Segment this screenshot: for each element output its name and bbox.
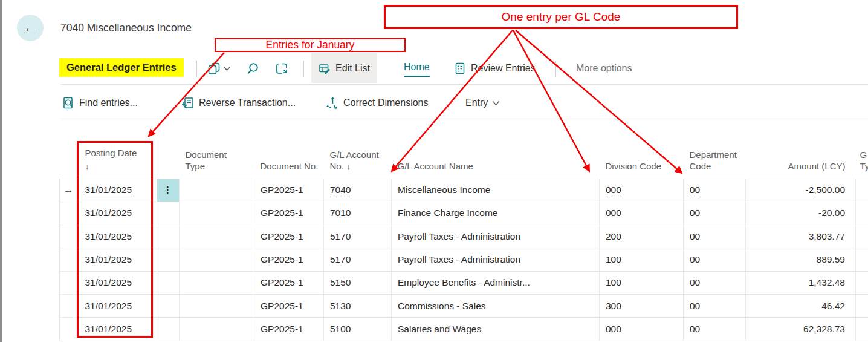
cell-division_code[interactable]: 100 (600, 248, 684, 271)
cell-document_no[interactable]: GP2025-1 (254, 225, 324, 248)
column-header-department_code[interactable]: Department Code (684, 138, 746, 179)
cell-row_options[interactable]: ⋮ (157, 179, 180, 202)
column-header-gl_account_no[interactable]: G/L Account No. ↓ (324, 138, 392, 179)
cell-gen_posting_type[interactable] (856, 179, 868, 202)
more-options-button[interactable]: More options (576, 63, 632, 74)
cell-gen_posting_type[interactable] (856, 294, 868, 317)
cell-gen_posting_type[interactable] (856, 318, 868, 341)
cell-gl_account_no[interactable]: 5150 (324, 271, 392, 294)
cell-row_options (157, 202, 180, 225)
correct-dimensions-label: Correct Dimensions (343, 97, 428, 108)
find-entries-button[interactable]: Find entries... (62, 95, 138, 111)
cell-gen_posting_type[interactable] (856, 202, 868, 225)
cell-document_type[interactable] (180, 179, 254, 202)
search-button[interactable] (246, 61, 259, 76)
cell-gl_account_name[interactable]: Payroll Taxes - Administration (392, 225, 600, 248)
back-button[interactable]: ← (17, 15, 44, 41)
cell-department_code[interactable]: 00 (684, 179, 746, 202)
cell-department_code[interactable]: 00 (684, 202, 746, 225)
column-header-gen_posting_type[interactable]: G Ty (856, 138, 868, 179)
cell-value: 00 (690, 185, 700, 195)
row-options-icon[interactable]: ⋮ (163, 185, 173, 195)
selected-row-arrow-icon: → (63, 185, 73, 195)
edit-list-button[interactable]: Edit List (311, 53, 377, 83)
entry-menu-button[interactable]: Entry (465, 95, 500, 111)
analysis-mode-button[interactable] (275, 61, 288, 76)
cell-gl_account_no[interactable]: 5170 (324, 248, 392, 271)
cell-document_type[interactable] (180, 202, 254, 225)
cell-document_type[interactable] (180, 225, 254, 248)
column-header-gl_account_name[interactable]: G/L Account Name (392, 138, 600, 179)
cell-gl_account_name[interactable]: Employee Benefits - Administr... (392, 271, 600, 294)
cell-selector (60, 225, 79, 248)
divider (303, 61, 304, 77)
cell-gl_account_name[interactable]: Finance Charge Income (392, 202, 600, 225)
cell-gl_account_no[interactable]: 5130 (324, 294, 392, 317)
cell-gl_account_no[interactable]: 5170 (324, 225, 392, 248)
cell-document_type[interactable] (180, 271, 254, 294)
cell-gen_posting_type[interactable] (856, 271, 868, 294)
divider (60, 120, 868, 120)
column-header-document_no[interactable]: Document No. (254, 138, 324, 179)
cell-value: 00 (690, 231, 700, 242)
review-entries-button[interactable]: Review Entries (447, 53, 543, 83)
cell-value: 5130 (330, 301, 351, 311)
cell-row_options (157, 294, 180, 317)
page-caption: General Ledger Entries (59, 58, 184, 77)
list-views-button[interactable] (207, 61, 221, 76)
cell-gl_account_name[interactable]: Commissions - Sales (392, 294, 600, 317)
cell-department_code[interactable]: 00 (684, 225, 746, 248)
cell-gen_posting_type[interactable] (856, 248, 868, 271)
chevron-down-icon[interactable] (223, 66, 231, 71)
entry-menu-label: Entry (465, 97, 488, 108)
cell-division_code[interactable]: 000 (600, 318, 684, 341)
cell-amount_lcy[interactable]: 62,328.73 (746, 318, 856, 341)
reverse-transaction-button[interactable]: Reverse Transaction... (182, 95, 296, 111)
cell-row_options (157, 318, 180, 341)
cell-document_no[interactable]: GP2025-1 (254, 294, 324, 317)
cell-document_no[interactable]: GP2025-1 (254, 202, 324, 225)
cell-division_code[interactable]: 100 (600, 271, 684, 294)
cell-department_code[interactable]: 00 (684, 294, 746, 317)
cell-department_code[interactable]: 00 (684, 271, 746, 294)
cell-amount_lcy[interactable]: 3,803.77 (746, 225, 856, 248)
cell-gl_account_no[interactable]: 7040 (324, 179, 392, 202)
cell-document_type[interactable] (180, 318, 254, 341)
review-entries-icon (454, 62, 466, 74)
cell-division_code[interactable]: 200 (600, 225, 684, 248)
column-header-amount_lcy[interactable]: Amount (LCY) (746, 138, 856, 179)
cell-amount_lcy[interactable]: -20.00 (746, 202, 856, 225)
cell-value: 000 (606, 185, 621, 195)
cell-document_no[interactable]: GP2025-1 (254, 318, 324, 341)
cell-division_code[interactable]: 000 (600, 179, 684, 202)
cell-division_code[interactable]: 300 (600, 294, 684, 317)
tab-home[interactable]: Home (404, 62, 430, 77)
cell-document_type[interactable] (180, 294, 254, 317)
review-entries-label: Review Entries (471, 63, 536, 74)
table-row: 31/01/2025GP2025-15170Payroll Taxes - Ad… (60, 248, 868, 271)
cell-document_no[interactable]: GP2025-1 (254, 248, 324, 271)
cell-gl_account_name[interactable]: Miscellaneous Income (392, 179, 600, 202)
cell-amount_lcy[interactable]: 46.42 (746, 294, 856, 317)
cell-value: 200 (606, 231, 621, 242)
cell-gl_account_no[interactable]: 7010 (324, 202, 392, 225)
cell-document_no[interactable]: GP2025-1 (254, 271, 324, 294)
cell-gl_account_name[interactable]: Payroll Taxes - Administration (392, 248, 600, 271)
cell-amount_lcy[interactable]: 889.59 (746, 248, 856, 271)
cell-department_code[interactable]: 00 (684, 318, 746, 341)
correct-dimensions-button[interactable]: Correct Dimensions (326, 95, 428, 111)
cell-department_code[interactable]: 00 (684, 248, 746, 271)
cell-gen_posting_type[interactable] (856, 225, 868, 248)
cell-value: GP2025-1 (261, 254, 303, 265)
column-header-division_code[interactable]: Division Code (600, 138, 684, 179)
cell-amount_lcy[interactable]: 1,432.48 (746, 271, 856, 294)
edit-list-icon (319, 62, 331, 74)
cell-document_type[interactable] (180, 248, 254, 271)
cell-gl_account_no[interactable]: 5100 (324, 318, 392, 341)
cell-amount_lcy[interactable]: -2,500.00 (746, 179, 856, 202)
cell-division_code[interactable]: 000 (600, 202, 684, 225)
cell-document_no[interactable]: GP2025-1 (254, 179, 324, 202)
column-header-document_type[interactable]: Document Type (180, 138, 254, 179)
cell-gl_account_name[interactable]: Salaries and Wages (392, 318, 600, 341)
cell-value: 1,432.48 (809, 277, 845, 288)
